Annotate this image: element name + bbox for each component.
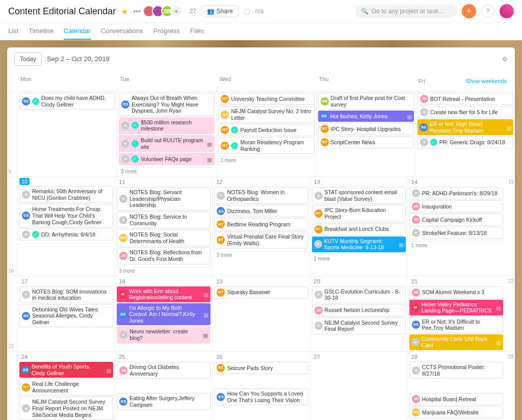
task-card[interactable]: ●✓DD: Arrhythmia: 8/4/18 [19,228,113,241]
calendar-cell[interactable]: 18alWork with Erin about Registration/bi… [115,276,212,352]
task-card[interactable]: RTBreakfast and Lunch Clubs [312,223,406,235]
task-card[interactable]: alHeber Valley Pediatrics Landing Page—P… [409,300,503,316]
show-weekends-link[interactable]: Show weekends [461,76,512,86]
task-card[interactable]: ●KUTV Monthly Segment: Sports Medicine: … [312,237,406,252]
task-card[interactable]: ●NOTES Blog: Servant Leadership/Physicia… [117,187,211,211]
task-card[interactable]: RTScriptCenter News [318,136,414,148]
task-card[interactable]: ●CCTS Promotional Poster: 8/27/18 [409,362,503,379]
task-card[interactable]: alWork with Erin about Registration/bill… [117,286,211,302]
task-card[interactable]: RTUniversity Teaching Committee [218,93,314,105]
help-button[interactable]: ? [481,5,494,18]
task-card[interactable]: SSHome Treatments For Croup That Will He… [19,204,113,227]
tab-calendar[interactable]: Calendar [64,23,91,40]
task-card[interactable]: JBBOT Retreat - Presentation [417,93,513,105]
more-tasks-link[interactable]: 3 more [214,251,308,259]
tab-progress[interactable]: Progress [153,23,180,40]
date-range[interactable]: Sep 2 – Oct 20, 2018 [47,55,110,63]
task-card[interactable]: ●✓PR: Generic Drugs: 8/24/18 [417,136,513,148]
task-card[interactable]: SSER or Not: High Blood Pressure,Troy Ma… [417,119,513,135]
task-card[interactable]: RTSqueaky Bassinet [214,286,308,299]
tab-timeline[interactable]: Timeline [29,23,54,40]
task-card[interactable]: SSDebunking Old Wives Tales: Seasonal Al… [19,304,113,328]
member-avatars[interactable]: SB + [146,5,182,17]
calendar-cell[interactable]: 13●STAT sponsored content email blast (V… [310,177,407,275]
calendar-cell[interactable]: 24SSBenefits of Youth Sports, Cindy Gell… [17,352,115,420]
task-card[interactable]: RTBedtime Reading Program [214,218,308,230]
task-card[interactable]: SSBenefits of Youth Sports, Cindy Gellne… [19,362,113,378]
task-card[interactable]: AANEJM Catalyst Survey No. 2 Intro Lette… [218,106,314,123]
task-card[interactable]: ●✓$500 million research milestone [119,117,215,134]
user-avatar[interactable] [500,4,514,18]
calendar-cell[interactable]: 28●CCTS Promotional Poster: 8/27/18JBHos… [407,352,505,420]
more-tasks-link[interactable]: 1 more [218,156,314,164]
task-card[interactable]: RT✓Payroll Deduction Issue [218,124,314,136]
search-input[interactable]: 🔍 Go to any project or task... [355,5,457,18]
task-card[interactable]: ●Community Clinic UNI Rack Card▦ [409,334,503,350]
calendar-cell[interactable]: 27 [310,352,407,420]
calendar-cell[interactable]: 25JBDriving Out Diabetes AnniversarySSEa… [115,352,212,420]
task-card[interactable]: ●Create new flier for 5 for Life [417,106,513,118]
task-card[interactable]: SSEating After Surgery,Jeffery Campsen [117,393,211,410]
task-card[interactable]: ●GSLC-Evolution Curriculum - 8-30-18 [312,286,406,303]
task-card[interactable]: SSER or Not: It's Difficult to Pee,Troy … [409,317,503,333]
calendar-cell[interactable]: SBDraft of first Pulse post for Cost sur… [316,92,415,176]
task-card[interactable]: RTSeizure Pads Story [214,362,308,374]
task-card[interactable]: ●NEJM Catalyst Second Survey Final Repor… [312,318,406,334]
task-card[interactable]: SSHot flashes, Kirtly Jones▦ [318,111,414,122]
task-card[interactable]: SSI'm Allergic to My Birth Control: Am I… [117,303,211,326]
task-card[interactable]: WSNOTES Blog: Social Determinants of Hea… [117,229,211,246]
task-card[interactable]: ●Remarks: 50th Anniversary of NICU (Gord… [19,186,113,203]
task-card[interactable]: ●Neuro newsletter: create blog?▦ [117,326,211,343]
task-card[interactable]: WSMarijuana FAQ/Website [409,406,503,418]
task-card[interactable]: JBInauguration [409,200,503,213]
task-card[interactable]: ●✓Volunteer FAQs page▦ [119,153,215,165]
tab-conversations[interactable]: Conversations [101,23,143,40]
calendar-cell[interactable]: 19RTSqueaky Bassinet [212,276,309,352]
task-card[interactable]: SSAlways Out of Breath When Exercising? … [119,93,215,116]
calendar-cell[interactable]: 10●Remarks: 50th Anniversary of NICU (Go… [17,177,115,275]
calendar-cell[interactable]: SSAlways Out of Breath When Exercising? … [117,92,216,176]
calendar-cell[interactable]: 17●NOTES Blog: SOM innovations in medica… [17,276,115,352]
today-button[interactable]: Today [14,52,42,66]
more-tasks-link[interactable]: 1 more [409,241,503,249]
tab-list[interactable]: List [8,23,18,40]
task-card[interactable]: RTIPC Story- Hospital Upgrades [318,123,414,135]
star-icon[interactable]: ★ [121,7,128,16]
calendar-cell[interactable]: 12●NOTES Blog: Women in OrthopaedicsSSDi… [212,177,309,275]
task-card[interactable]: ●NOTES Blog: SOM innovations in medical … [19,286,113,303]
task-card[interactable]: ●NEJM Catalyst Second Survey Final Repor… [19,397,113,420]
task-card[interactable]: JBHospital Board Retreat [409,393,503,405]
task-card[interactable]: RTReal Life Challenge Announcement [19,379,116,396]
add-button[interactable]: + [462,4,476,18]
task-card[interactable]: JBNOTES Blog: Reflections from Dr. Good'… [117,247,211,264]
calendar-cell[interactable]: 26RTSeizure Pads StorySSHow Can You Supp… [212,352,309,420]
task-card[interactable]: JBRussell Nelson Lectureship [312,304,406,317]
calendar-cell[interactable]: 20●GSLC-Evolution Curriculum - 8-30-18JB… [310,276,407,352]
more-icon[interactable]: ••• [133,7,141,15]
task-card[interactable]: JBSOM Alumni Weekend x 3 [409,286,503,299]
task-card[interactable]: JBDriving Out Diabetes Anniversary [117,362,211,379]
calendar-cell[interactable]: SS✓Does my child have ADHD, Cindy Gellne… [17,92,117,176]
task-card[interactable]: ●PR: ADHD-Parkinson's: 8/29/18 [409,187,503,199]
calendar-cell[interactable]: 21JBSOM Alumni Weekend x 3alHeber Valley… [407,276,505,352]
calendar-cell[interactable]: RTUniversity Teaching CommitteeAANEJM Ca… [216,92,316,176]
task-card[interactable]: ●NOTES Blog: Women in Orthopaedics [214,187,308,204]
task-card[interactable]: ●✓Build out RUUTE program site▦ [119,135,215,152]
task-card[interactable]: ●StrokeNet Feature: 8/13/18 [409,227,503,239]
task-card[interactable]: JBCapital Campaign Kickoff [409,214,503,226]
task-card[interactable]: RTIPC Story-Burn Education Project [312,205,406,222]
task-card[interactable]: SSHow Can You Supports a Loved One That'… [214,388,308,405]
share-button[interactable]: 👥 Share [201,5,238,17]
task-card[interactable]: ●STAT sponsored content email blast (Val… [312,187,406,204]
more-tasks-link[interactable]: 3 more [119,167,215,175]
task-card[interactable]: RT✓Moran Residency Program Ranking [218,137,314,154]
more-tasks-link[interactable]: 3 more [117,267,211,275]
task-card[interactable]: SS✓Does my child have ADHD, Cindy Gellne… [19,93,115,110]
task-card[interactable]: SSDizziness, Tom Miller [214,205,308,217]
more-tasks-link[interactable]: 1 more [312,254,406,262]
calendar-settings-icon[interactable]: ⚙ [502,56,508,63]
task-card[interactable]: RTVirtual Prenatal Care Final Story (Emi… [214,231,308,248]
task-card[interactable]: ●NOTES Blog: Service to Community [117,212,211,228]
task-card[interactable]: SBDraft of first Pulse post for Cost sur… [318,93,414,110]
tab-files[interactable]: Files [190,23,204,40]
